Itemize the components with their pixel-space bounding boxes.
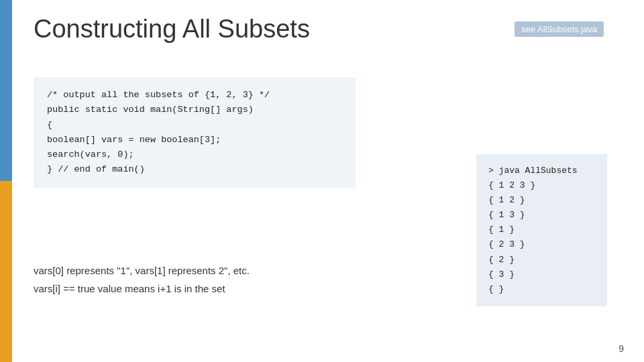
output-line-4: { 1 }: [488, 223, 595, 237]
output-line-6: { 2 }: [488, 253, 595, 267]
code-line-4: boolean[] vars = new boolean[3];: [47, 133, 342, 147]
code-line-3: {: [47, 118, 342, 133]
output-header: > java AllSubsets: [488, 164, 595, 178]
output-line-2: { 1 2 }: [488, 193, 595, 208]
desc-line-2: vars[i] == true value means i+1 is in th…: [34, 280, 250, 298]
output-line-3: { 1 3 }: [488, 208, 595, 223]
output-line-5: { 2 3 }: [488, 237, 595, 252]
code-block: /* output all the subsets of {1, 2, 3} *…: [34, 77, 356, 188]
slide-title: Constructing All Subsets: [34, 15, 310, 44]
code-line-2: public static void main(String[] args): [47, 103, 342, 117]
output-line-7: { 3 }: [488, 267, 595, 282]
left-bar-blue: [0, 0, 12, 181]
output-line-8: { }: [488, 282, 595, 297]
page-number: 9: [619, 343, 624, 354]
output-line-1: { 1 2 3 }: [488, 178, 595, 193]
code-line-5: search(vars, 0);: [47, 147, 342, 162]
left-bar-gold: [0, 181, 12, 362]
code-line-6: } // end of main(): [47, 162, 342, 177]
code-line-1: /* output all the subsets of {1, 2, 3} *…: [47, 88, 342, 103]
file-badge: see AllSubsets.java: [515, 21, 604, 37]
slide-content: Constructing All Subsets see AllSubsets.…: [20, 0, 644, 362]
output-block: > java AllSubsets { 1 2 3 } { 1 2 } { 1 …: [476, 154, 607, 306]
desc-line-1: vars[0] represents "1", vars[1] represen…: [34, 261, 250, 280]
description: vars[0] represents "1", vars[1] represen…: [34, 261, 250, 298]
